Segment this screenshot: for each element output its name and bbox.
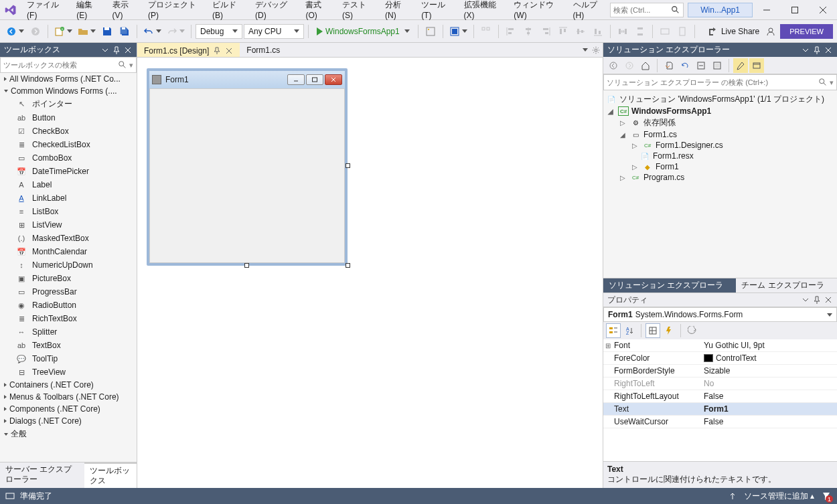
tab-solution-explorer[interactable]: ソリューション エクスプローラー [603,278,736,292]
prop-row-font[interactable]: ⊞FontYu Gothic UI, 9pt [603,339,837,352]
toolbox-item-maskedtextbox[interactable]: (.)MaskedTextBox [0,232,137,245]
menu-analyze[interactable]: 分析(N) [379,0,415,23]
toolbox-item-pointer[interactable]: ↖ポインター [0,97,137,111]
run-button[interactable]: WindowsFormsApp1 [313,23,414,39]
tab-server-explorer[interactable]: サーバー エクスプローラー [0,463,84,488]
title-search-input[interactable] [613,6,671,14]
menu-help[interactable]: ヘルプ(H) [567,0,611,23]
tree-deps[interactable]: ▷⚙依存関係 [603,116,837,129]
nav-back[interactable] [4,23,26,39]
open-button[interactable] [76,23,98,39]
toolbox-item-splitter[interactable]: ↔Splitter [0,325,137,339]
props-categorized[interactable] [606,323,621,338]
exp-refresh[interactable] [678,58,692,73]
props-alphabetical[interactable]: AZ [622,323,637,338]
toolbox-item-button[interactable]: abButton [0,111,137,124]
window-minimize[interactable] [753,0,781,20]
toolbox-cat-dialogs[interactable]: Dialogs (.NET Core) [0,415,137,427]
tree-project[interactable]: ◢C#WindowsFormsApp1 [603,106,837,116]
window-close[interactable] [809,0,837,20]
status-source-control[interactable]: ソース管理に追加 ▴ [744,491,814,502]
toolbox-item-datetimepicker[interactable]: 📅DateTimePicker [0,165,137,178]
props-events[interactable] [662,323,676,338]
exp-home[interactable] [638,58,653,73]
toolbox-item-progressbar[interactable]: ▭ProgressBar [0,285,137,299]
prop-row-text[interactable]: TextForm1 [603,403,837,416]
explorer-search[interactable]: ▾ [603,74,837,90]
close-icon[interactable] [225,47,233,55]
toolbox-search-input[interactable] [3,61,118,69]
exp-preview[interactable] [749,58,764,73]
tree-form1resx[interactable]: 📄Form1.resx [603,151,837,161]
exp-showall[interactable] [710,58,725,73]
prop-row-waitcursor[interactable]: UseWaitCursorFalse [603,416,837,428]
config-dropdown[interactable]: Debug [196,24,242,39]
clear-icon[interactable]: ▾ [127,61,133,70]
toolbox-item-richtextbox[interactable]: ≣RichTextBox [0,312,137,325]
tab-team-explorer[interactable]: チーム エクスプローラー [736,278,837,292]
toolbox-item-numericupdown[interactable]: ↕NumericUpDown [0,258,137,272]
feedback-button[interactable] [763,23,779,39]
dropdown-icon[interactable] [100,46,110,55]
pin-icon[interactable] [812,46,822,55]
tree-form1des[interactable]: ▷C#Form1.Designer.cs [603,140,837,151]
toolbox-cat-common[interactable]: Common Windows Forms (.... [0,85,137,97]
toolbox-item-radiobutton[interactable]: ◉RadioButton [0,299,137,312]
props-propertypages[interactable] [685,323,700,338]
menu-window[interactable]: ウィンドウ(W) [508,0,566,23]
tree-solution[interactable]: 📄ソリューション 'WindowsFormsApp1' (1/1 プロジェクト) [603,93,837,106]
notification-icon[interactable] [821,491,832,501]
menu-file[interactable]: ファイル(F) [21,0,70,23]
toolbox-item-linklabel[interactable]: ALinkLabel [0,191,137,205]
menu-build[interactable]: ビルド(B) [206,0,249,23]
prop-row-forecolor[interactable]: ForeColorControlText [603,352,837,365]
tab-toolbox[interactable]: ツールボックス [84,463,137,488]
toolbox-cat-menus[interactable]: Menus & Toolbars (.NET Core) [0,391,137,403]
tab-overflow-icon[interactable] [583,48,588,52]
form-designer-window[interactable]: Form1 [147,68,348,266]
form-client-area[interactable] [149,88,345,263]
preview-button[interactable]: PREVIEW [780,24,833,39]
prop-row-formborder[interactable]: FormBorderStyleSizable [603,365,837,377]
menu-view[interactable]: 表示(V) [106,0,142,23]
toolbox-item-listview[interactable]: ⊞ListView [0,218,137,232]
toolbox-item-picturebox[interactable]: ▣PictureBox [0,272,137,285]
doc-tab-form1-design[interactable]: Form1.cs [Design] [137,43,240,57]
toolbox-item-checkedlistbox[interactable]: ≣CheckedListBox [0,138,137,151]
dropdown-icon[interactable] [801,295,810,305]
menu-extensions[interactable]: 拡張機能(X) [458,0,508,23]
prop-row-rtllayout[interactable]: RightToLeftLayoutFalse [603,390,837,403]
close-icon[interactable] [123,46,133,55]
pin-icon[interactable] [213,47,221,55]
dropdown-icon[interactable] [801,46,810,55]
design-surface[interactable]: Form1 [137,58,603,488]
close-icon[interactable] [824,46,833,55]
exp-fwd[interactable] [622,58,637,73]
save-button[interactable] [99,23,115,39]
props-properties[interactable] [645,323,660,338]
pin-icon[interactable] [112,46,121,55]
toolbox-item-monthcalendar[interactable]: 📅MonthCalendar [0,245,137,258]
toolbox-search[interactable]: ▾ [0,57,137,73]
pin-icon[interactable] [812,295,822,305]
exp-btn1[interactable] [662,58,676,73]
save-all-button[interactable] [117,23,133,39]
doc-tab-form1-cs[interactable]: Form1.cs [240,43,287,57]
gear-icon[interactable] [592,46,600,54]
toolbox-cat-containers[interactable]: Containers (.NET Core) [0,379,137,391]
tree-form1class[interactable]: ▷◆Form1 [603,161,837,172]
explorer-search-input[interactable] [607,78,818,86]
arrow-up-icon[interactable] [728,491,737,501]
title-search[interactable] [610,3,684,17]
platform-dropdown[interactable]: Any CPU [244,24,304,39]
props-object-selector[interactable]: Form1 System.Windows.Forms.Form [603,307,837,322]
undo-button[interactable] [141,23,163,39]
menu-format[interactable]: 書式(O) [299,0,336,23]
window-maximize[interactable] [781,0,809,20]
new-project-button[interactable]: + [52,23,74,39]
toolbox-item-listbox[interactable]: ≡ListBox [0,205,137,218]
toolbox-item-treeview[interactable]: ⊟TreeView [0,365,137,379]
menu-test[interactable]: テスト(S) [336,0,379,23]
toolbox-cat-components[interactable]: Components (.NET Core) [0,403,137,415]
dropdown-icon[interactable]: ▾ [828,78,834,87]
